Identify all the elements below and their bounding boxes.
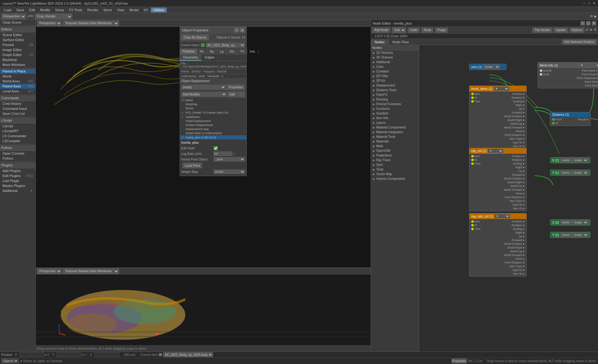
node-x2[interactable]: X (2) Vector → Scalar: [550, 219, 591, 226]
node-canvas[interactable]: zero (1) Scalar Mesh Info (1) ▼: [419, 45, 598, 352]
sidebar-item-parent-axes[interactable]: Parent Axes+F6: [0, 84, 36, 89]
cat-flocking[interactable]: ▶ Flocking: [371, 97, 419, 102]
maximize-btn[interactable]: □: [588, 1, 590, 5]
y-coord-input[interactable]: 1.649 m: [57, 352, 82, 357]
sidebar-item-graph-editor[interactable]: Graph EditorF2: [0, 52, 36, 57]
purge-btn[interactable]: Purge: [435, 28, 448, 33]
options-btn[interactable]: Options: [569, 28, 584, 33]
cat-3d-textures[interactable]: ▶ 3D Textures: [371, 55, 419, 60]
mod-subdivision[interactable]: ✓ Subdivision: [180, 115, 246, 119]
cat-material-integrators[interactable]: ▶ Material Integrators: [371, 130, 419, 134]
tab-primitive[interactable]: Primitive: [180, 49, 197, 54]
ne-icon3[interactable]: ⚙: [594, 28, 597, 33]
subtab-geometry[interactable]: Geometry: [180, 54, 202, 61]
obj-props-close[interactable]: ✕: [240, 28, 244, 32]
sidebar-item-ls-commander[interactable]: LS Commander: [0, 133, 36, 138]
sidebar-item-master-plugins[interactable]: Master Plugins: [0, 183, 36, 188]
sidebar-item-save-cmd-list[interactable]: Save Cmd List: [0, 111, 36, 116]
mod-morph-mixer[interactable]: Morph Mixer (2 endomorphs): [180, 131, 246, 135]
ne-maximize[interactable]: □: [586, 21, 591, 26]
tidy-nodes-btn[interactable]: Tidy Nodes: [532, 28, 552, 33]
menu-save[interactable]: Save: [14, 7, 26, 12]
menu-view[interactable]: View: [114, 7, 127, 12]
render-output-select[interactable]: Final_Render: [35, 14, 72, 19]
mod-pc2[interactable]: ✓ PC2_Pointer 73 Frames Start 0.0s: [180, 110, 246, 115]
rag-rale-select[interactable]: ▼: [495, 214, 510, 218]
sidebar-item-lscompiler[interactable]: LSCompiler: [0, 138, 36, 143]
x2-select[interactable]: Vector → Scalar: [560, 220, 588, 225]
local-pivot-btn[interactable]: Local Pivot: [183, 163, 202, 168]
obj-replacement-select[interactable]: (none): [181, 85, 226, 90]
cat-materials[interactable]: ▶ Materials: [371, 139, 419, 144]
clip-ctrl-select[interactable]: ▼: [488, 149, 503, 153]
y1-select[interactable]: Vector → Scalar: [560, 170, 588, 175]
timeline-objects-select[interactable]: Objects: [1, 358, 19, 363]
mod-displacement-map[interactable]: Displacement Map: [180, 127, 246, 131]
cat-displacement[interactable]: ▶ Displacement: [371, 83, 419, 88]
node-zero-type[interactable]: Scalar: [483, 65, 500, 69]
vp2-mode-select[interactable]: Perspective: [37, 268, 62, 274]
menu-io[interactable]: I/O: [141, 7, 151, 12]
cat-fiberfx[interactable]: ▶ FiberFX: [371, 92, 419, 97]
shading-select[interactable]: Textured Shaded Solid Wireframe: [63, 21, 119, 26]
sidebar-item-image-editor[interactable]: Image Editor: [0, 47, 36, 52]
mod-bones[interactable]: Bones: [180, 106, 246, 110]
cat-material-components[interactable]: ▶ Material Components: [371, 125, 419, 130]
sidebar-item-world-axes[interactable]: World Axes+F5: [0, 79, 36, 84]
cat-volume-components[interactable]: ▶ Volume Components: [371, 176, 419, 181]
sidebar-item-open-console[interactable]: Open Console: [0, 151, 36, 156]
y2-select[interactable]: Vector → Scalar: [560, 233, 588, 237]
involt-select[interactable]: ▼: [494, 86, 509, 91]
cat-spot[interactable]: ▶ Spot: [371, 162, 419, 167]
cat-math[interactable]: ▶ Math: [371, 144, 419, 148]
node-x1[interactable]: X (1) Vector → Scalar: [550, 157, 591, 163]
sidebar-item-surface-editor[interactable]: Surface Editor: [0, 37, 36, 42]
sidebar-item-scene-editor[interactable]: Scene Editor: [0, 32, 36, 37]
sidebar-item-presets[interactable]: PresetsF8: [0, 42, 36, 47]
node-y1[interactable]: Y (1) Vector → Scalar: [550, 170, 591, 176]
properties-bottom-btn[interactable]: Properties: [452, 358, 467, 363]
cat-distance-tools[interactable]: ▶ Distance Tools: [371, 88, 419, 92]
undo-btn[interactable]: Undo: [408, 28, 420, 33]
cat-fresnel[interactable]: ▶ Fresnel Functions: [371, 102, 419, 106]
lag-rate-input[interactable]: [214, 152, 232, 156]
current-object-select[interactable]: AC_GEO_Body_sp_: [206, 43, 245, 48]
menu-load[interactable]: Load: [1, 7, 14, 12]
node-editor-titlebar[interactable]: Node Editor - Inertia_plus ─ □ ✕: [371, 20, 598, 27]
current-item-select[interactable]: AC_GEO_Body_sp_v003.body: [163, 352, 213, 357]
cat-functions[interactable]: ▶ Functions: [371, 106, 419, 111]
sidebar-item-parent-in-place[interactable]: Parent in Place: [0, 69, 36, 74]
cat-tools[interactable]: ▶ Tools: [371, 167, 419, 172]
cat-item-info[interactable]: ▶ Item Info: [371, 116, 419, 120]
add-modifier-select[interactable]: Add Modifier: [181, 92, 227, 97]
cat-material-tools[interactable]: ▶ Material Tools: [371, 134, 419, 139]
menu-setup[interactable]: Setup: [53, 7, 67, 12]
node-mesh-info[interactable]: Mesh Info (1) ▼ (world) Point Base Pos: [538, 62, 598, 88]
view-mode-select[interactable]: Perspective: [1, 14, 26, 19]
sidebar-item-more-windows[interactable]: More Windows: [0, 62, 36, 67]
tab-lg[interactable]: Lg.: [217, 49, 227, 54]
lag-rate-icon[interactable]: ⌾: [234, 152, 235, 156]
sidebar-item-cmd-history[interactable]: Cmd History: [0, 101, 36, 106]
modifier-edit-btn[interactable]: Edit: [227, 91, 237, 97]
cat-vector-map[interactable]: ▶ Vector Map: [371, 172, 419, 176]
sidebar-item-backdrop[interactable]: Backdrop: [0, 57, 36, 62]
cat-dp-kit[interactable]: ▶ DP Kit: [371, 78, 419, 83]
menu-edit[interactable]: Edit: [27, 7, 38, 12]
tab-re[interactable]: Re.: [197, 49, 207, 54]
tab-nodes[interactable]: Nodes: [371, 40, 389, 44]
cat-color[interactable]: ▶ Color: [371, 64, 419, 69]
update-btn[interactable]: Update: [553, 28, 568, 33]
redo-btn[interactable]: Redo: [421, 28, 433, 33]
obj-props-titlebar[interactable]: Object Properties ─ ✕: [180, 27, 246, 33]
sidebar-item-command-input[interactable]: Command Input: [0, 106, 36, 111]
viewport-mode-select[interactable]: Perspective: [37, 21, 62, 26]
mod-nodal[interactable]: Nodal Displacement: [180, 119, 246, 123]
sidebar-item-add-plugins[interactable]: Add Plugins: [0, 168, 36, 173]
x1-select[interactable]: Vector → Scalar: [560, 158, 588, 162]
sidebar-item-local-axes[interactable]: Local Axes+F7: [0, 89, 36, 94]
edit-node-checkbox[interactable]: [214, 146, 218, 150]
ne-icon2[interactable]: ⊕: [590, 28, 592, 33]
menu-modify[interactable]: Modify: [38, 7, 53, 12]
cat-openvdb[interactable]: ▶ OpenVDB: [371, 148, 419, 153]
